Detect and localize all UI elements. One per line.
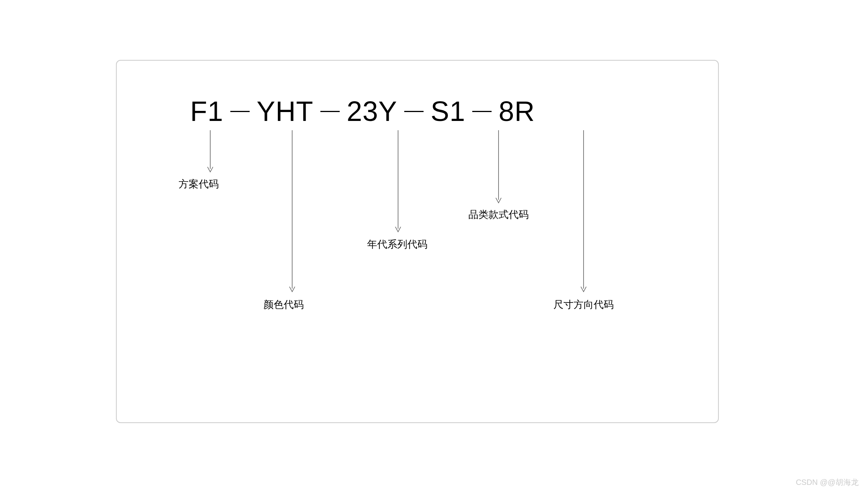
- dash-icon: [320, 111, 340, 112]
- code-seg-3: 23Y: [347, 95, 397, 127]
- label-size-direction-code: 尺寸方向代码: [553, 298, 614, 311]
- arrow-icon: [206, 130, 214, 175]
- code-seg-5: 8R: [499, 95, 535, 127]
- label-scheme-code: 方案代码: [179, 177, 219, 191]
- arrow-icon: [288, 130, 296, 294]
- dash-icon: [404, 111, 424, 112]
- code-seg-4: S1: [431, 95, 465, 127]
- label-era-series-code: 年代系列代码: [367, 238, 427, 251]
- code-seg-2: YHT: [257, 95, 313, 127]
- arrow-icon: [394, 130, 402, 235]
- label-category-style-code: 品类款式代码: [468, 208, 529, 221]
- diagram-frame: F1 YHT 23Y S1 8R 方案代码 颜色代码 年代系列代码 品类款式代码…: [116, 60, 719, 423]
- dash-icon: [230, 111, 250, 112]
- code-seg-1: F1: [190, 95, 223, 127]
- label-color-code: 颜色代码: [264, 298, 304, 311]
- watermark-text: CSDN @@胡海龙: [796, 477, 859, 488]
- arrow-icon: [495, 130, 502, 206]
- dash-icon: [472, 111, 492, 112]
- code-row: F1 YHT 23Y S1 8R: [117, 95, 718, 127]
- arrow-icon: [580, 130, 587, 294]
